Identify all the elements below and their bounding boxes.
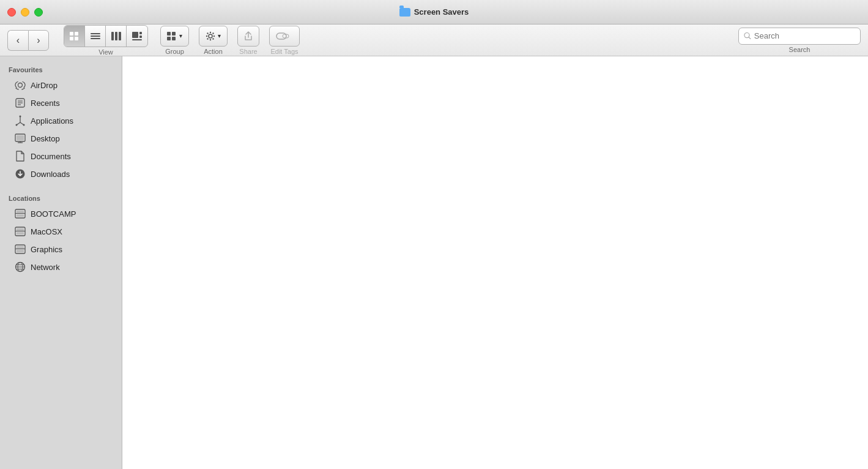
- sidebar-item-bootcamp[interactable]: BOOTCAMP: [2, 205, 119, 222]
- forward-button[interactable]: ›: [28, 30, 49, 51]
- nav-buttons: ‹ ›: [7, 30, 49, 51]
- downloads-icon: [15, 168, 26, 179]
- applications-icon: [15, 115, 26, 126]
- search-input[interactable]: [754, 31, 855, 40]
- svg-rect-57: [17, 246, 24, 249]
- svg-rect-54: [17, 232, 24, 234]
- svg-rect-3: [75, 37, 78, 40]
- edit-tags-section: Edit Tags: [269, 26, 300, 55]
- action-button[interactable]: ▾: [199, 26, 228, 47]
- forward-icon: ›: [37, 35, 40, 46]
- sidebar-item-label: Network: [31, 263, 60, 272]
- back-button[interactable]: ‹: [7, 30, 28, 51]
- icon-view-button[interactable]: [64, 26, 85, 47]
- svg-rect-12: [139, 36, 142, 38]
- gear-icon: [206, 31, 215, 41]
- svg-point-20: [210, 39, 211, 40]
- svg-point-41: [23, 124, 25, 126]
- sidebar-item-network[interactable]: Network: [2, 258, 119, 276]
- svg-rect-50: [17, 214, 24, 217]
- view-section: View: [64, 25, 148, 56]
- sidebar-item-applications[interactable]: Applications: [2, 112, 119, 129]
- sidebar-item-label: Desktop: [31, 134, 60, 143]
- share-section: Share: [237, 26, 259, 55]
- gallery-icon: [132, 32, 142, 40]
- favourites-label: Favourites: [0, 61, 122, 76]
- svg-rect-1: [75, 32, 78, 36]
- svg-point-21: [206, 35, 207, 36]
- svg-rect-15: [172, 32, 176, 36]
- search-section: Search: [738, 28, 861, 53]
- sidebar-item-label: MacOSX: [31, 227, 62, 236]
- minimize-button[interactable]: [21, 8, 29, 17]
- svg-point-19: [210, 31, 211, 32]
- share-icon: [244, 31, 253, 41]
- svg-point-31: [18, 83, 23, 88]
- traffic-lights: [7, 8, 43, 17]
- svg-line-30: [749, 37, 751, 39]
- svg-point-25: [212, 32, 213, 34]
- svg-rect-7: [111, 32, 114, 40]
- svg-point-40: [16, 124, 18, 126]
- svg-rect-10: [132, 32, 138, 38]
- group-button[interactable]: ▾: [160, 26, 189, 47]
- titlebar: Screen Savers: [0, 0, 868, 24]
- sidebar-item-desktop[interactable]: Desktop: [2, 130, 119, 147]
- svg-rect-45: [17, 135, 24, 140]
- svg-rect-2: [70, 37, 73, 40]
- svg-rect-4: [91, 33, 100, 34]
- svg-rect-16: [167, 37, 171, 40]
- edit-tags-icon: [276, 31, 293, 41]
- sidebar-item-label: Recents: [31, 99, 60, 108]
- sidebar-item-documents[interactable]: Documents: [2, 148, 119, 165]
- sidebar-item-recents[interactable]: Recents: [2, 94, 119, 111]
- svg-point-39: [20, 116, 21, 118]
- drive-icon: [15, 244, 26, 255]
- svg-point-23: [207, 32, 208, 34]
- column-view-button[interactable]: [106, 26, 127, 47]
- sidebar-item-label: Graphics: [31, 245, 62, 254]
- view-buttons: [64, 25, 148, 47]
- svg-rect-17: [172, 37, 176, 40]
- search-icon: [744, 32, 751, 40]
- svg-rect-53: [17, 228, 24, 231]
- desktop-icon: [15, 133, 26, 144]
- gallery-view-button[interactable]: [127, 26, 147, 47]
- window-title-text: Screen Savers: [414, 7, 469, 17]
- toolbar: ‹ ›: [0, 24, 868, 56]
- sidebar-item-graphics[interactable]: Graphics: [2, 241, 119, 258]
- network-icon: [15, 261, 26, 272]
- edit-tags-label: Edit Tags: [270, 48, 298, 55]
- main-area: Favourites AirDrop: [0, 56, 868, 469]
- svg-rect-8: [115, 32, 117, 40]
- group-label: Group: [165, 48, 184, 55]
- svg-rect-9: [119, 32, 121, 40]
- sidebar-item-airdrop[interactable]: AirDrop: [2, 77, 119, 94]
- sidebar-item-label: Downloads: [31, 170, 70, 179]
- sidebar: Favourites AirDrop: [0, 56, 122, 469]
- drive-icon: [15, 208, 26, 219]
- svg-rect-13: [132, 39, 142, 40]
- window-title: Screen Savers: [399, 7, 469, 17]
- sidebar-item-label: AirDrop: [31, 81, 57, 90]
- sidebar-item-macosx[interactable]: MacOSX: [2, 223, 119, 240]
- close-button[interactable]: [7, 8, 16, 17]
- svg-rect-11: [139, 32, 142, 34]
- sidebar-item-label: BOOTCAMP: [31, 209, 76, 219]
- search-box[interactable]: [738, 28, 861, 45]
- maximize-button[interactable]: [34, 8, 43, 17]
- edit-tags-button[interactable]: [269, 26, 300, 47]
- drive-icon: [15, 226, 26, 237]
- share-button[interactable]: [237, 26, 259, 47]
- sidebar-item-label: Documents: [31, 152, 71, 161]
- recents-icon: [15, 97, 26, 108]
- documents-icon: [15, 151, 26, 162]
- list-view-button[interactable]: [85, 26, 106, 47]
- sidebar-item-downloads[interactable]: Downloads: [2, 165, 119, 182]
- content-area: [122, 56, 868, 469]
- action-label: Action: [204, 48, 223, 55]
- columns-icon: [111, 32, 121, 40]
- airdrop-icon: [15, 80, 26, 91]
- group-section: ▾ Group: [160, 26, 189, 55]
- chevron-down-icon: ▾: [179, 32, 182, 39]
